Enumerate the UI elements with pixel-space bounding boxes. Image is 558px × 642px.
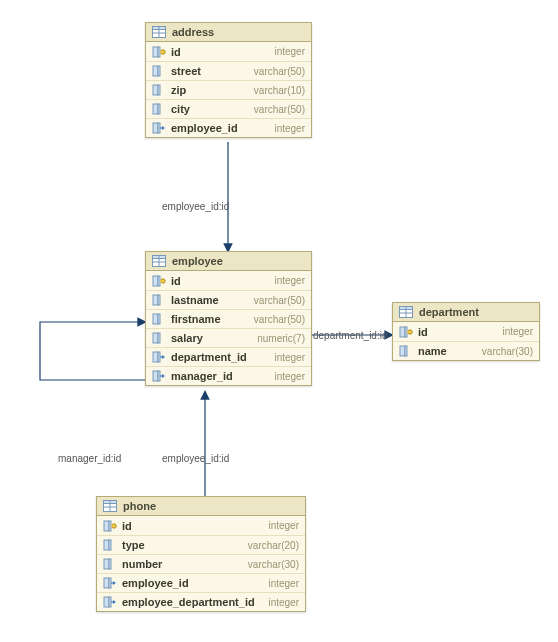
column-icon [152, 84, 166, 96]
column-row[interactable]: firstname varchar(50) [146, 309, 311, 328]
column-row[interactable]: number varchar(30) [97, 554, 305, 573]
column-row[interactable]: street varchar(50) [146, 61, 311, 80]
column-name: type [122, 539, 145, 551]
column-row[interactable]: type varchar(20) [97, 535, 305, 554]
edge-label: employee_id:id [162, 201, 229, 212]
entity-title: employee [172, 255, 223, 267]
edge-label: manager_id:id [58, 453, 121, 464]
column-row[interactable]: zip varchar(10) [146, 80, 311, 99]
column-type: integer [268, 597, 299, 608]
svg-rect-56 [104, 578, 109, 588]
column-row[interactable]: manager_id integer [146, 366, 311, 385]
entity-rows: id integer street varchar(50) zip varcha… [146, 42, 311, 137]
svg-rect-25 [158, 295, 160, 305]
pk-icon [103, 520, 117, 532]
column-type: integer [268, 578, 299, 589]
column-name: manager_id [171, 370, 233, 382]
fk-icon [103, 596, 117, 608]
svg-rect-39 [405, 327, 407, 337]
table-icon [152, 255, 166, 267]
column-row[interactable]: department_id integer [146, 347, 311, 366]
column-name: street [171, 65, 201, 77]
column-row[interactable]: lastname varchar(50) [146, 290, 311, 309]
entity-header[interactable]: department [393, 303, 539, 322]
column-row[interactable]: id integer [393, 322, 539, 341]
entity-rows: id integer lastname varchar(50) firstnam… [146, 271, 311, 385]
svg-rect-57 [109, 578, 111, 588]
pk-icon [152, 275, 166, 287]
svg-rect-9 [158, 66, 160, 76]
column-row[interactable]: employee_id integer [146, 118, 311, 137]
svg-rect-42 [400, 346, 405, 356]
entity-header[interactable]: address [146, 23, 311, 42]
fk-icon [152, 370, 166, 382]
column-name: id [171, 275, 181, 287]
column-name: employee_department_id [122, 596, 255, 608]
column-type: varchar(10) [254, 85, 305, 96]
entity-employee[interactable]: employee id integer lastname varchar(50)… [145, 251, 312, 386]
svg-rect-24 [153, 295, 158, 305]
edge-label: employee_id:id [162, 453, 229, 464]
svg-rect-14 [153, 123, 158, 133]
svg-rect-30 [153, 352, 158, 362]
column-type: varchar(50) [254, 295, 305, 306]
svg-rect-10 [153, 85, 158, 95]
svg-rect-33 [158, 371, 160, 381]
column-name: department_id [171, 351, 247, 363]
column-name: zip [171, 84, 186, 96]
fk-icon [152, 351, 166, 363]
column-name: number [122, 558, 162, 570]
svg-rect-43 [405, 346, 407, 356]
column-type: integer [274, 352, 305, 363]
column-row[interactable]: salary numeric(7) [146, 328, 311, 347]
edge-employee-manager [40, 322, 145, 380]
svg-rect-29 [158, 333, 160, 343]
column-icon [152, 313, 166, 325]
svg-rect-51 [111, 525, 113, 527]
column-type: varchar(20) [248, 540, 299, 551]
column-row[interactable]: id integer [146, 271, 311, 290]
entity-department[interactable]: department id integer name varchar(30) [392, 302, 540, 361]
svg-rect-5 [158, 47, 160, 57]
svg-rect-58 [104, 597, 109, 607]
table-icon [103, 500, 117, 512]
svg-rect-8 [153, 66, 158, 76]
column-icon [152, 294, 166, 306]
entity-rows: id integer type varchar(20) number varch… [97, 516, 305, 611]
svg-rect-15 [158, 123, 160, 133]
column-name: salary [171, 332, 203, 344]
svg-rect-7 [160, 51, 162, 53]
column-row[interactable]: id integer [146, 42, 311, 61]
column-row[interactable]: name varchar(30) [393, 341, 539, 360]
entity-header[interactable]: phone [97, 497, 305, 516]
svg-rect-41 [407, 331, 409, 333]
svg-rect-13 [158, 104, 160, 114]
column-type: integer [274, 275, 305, 286]
column-row[interactable]: id integer [97, 516, 305, 535]
svg-rect-27 [158, 314, 160, 324]
column-type: integer [274, 123, 305, 134]
column-name: firstname [171, 313, 221, 325]
column-row[interactable]: employee_department_id integer [97, 592, 305, 611]
svg-rect-20 [153, 276, 158, 286]
edge-label: department_id:id [313, 330, 388, 341]
entity-header[interactable]: employee [146, 252, 311, 271]
table-icon [399, 306, 413, 318]
svg-rect-11 [158, 85, 160, 95]
svg-rect-54 [104, 559, 109, 569]
column-icon [399, 345, 413, 357]
entity-address[interactable]: address id integer street varchar(50) zi… [145, 22, 312, 138]
svg-rect-55 [109, 559, 111, 569]
entity-phone[interactable]: phone id integer type varchar(20) number… [96, 496, 306, 612]
column-type: varchar(30) [248, 559, 299, 570]
column-type: varchar(30) [482, 346, 533, 357]
column-icon [103, 539, 117, 551]
column-icon [103, 558, 117, 570]
svg-rect-26 [153, 314, 158, 324]
column-name: employee_id [171, 122, 238, 134]
svg-rect-32 [153, 371, 158, 381]
column-row[interactable]: city varchar(50) [146, 99, 311, 118]
column-row[interactable]: employee_id integer [97, 573, 305, 592]
svg-rect-31 [158, 352, 160, 362]
entity-title: address [172, 26, 214, 38]
